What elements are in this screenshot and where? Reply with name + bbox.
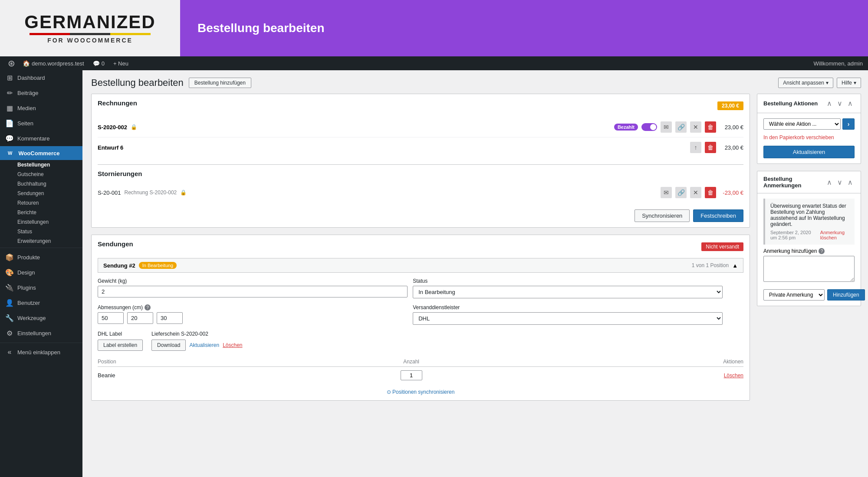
invoice-row-entwurf: Entwurf 6 ↑ 🗑 23,00 € <box>98 137 743 157</box>
plugins-icon: 🔌 <box>5 284 14 292</box>
sidebar-item-medien[interactable]: ▦ Medien <box>0 101 82 116</box>
logo-text: GERMANIZED <box>24 13 155 31</box>
sidebar-item-produkte[interactable]: 📦 Produkte <box>0 250 82 265</box>
sidebar-item-design[interactable]: 🎨 Design <box>0 265 82 280</box>
dim2-input[interactable] <box>127 312 153 324</box>
storno1-delete-btn[interactable]: 🗑 <box>705 187 716 198</box>
storno1-amount: -23,00 € <box>720 189 743 196</box>
col-anzahl: Anzahl <box>296 357 527 367</box>
status-select[interactable]: In Bearbeitung <box>413 286 723 298</box>
note-delete-link[interactable]: Anmerkung löschen <box>820 230 849 240</box>
werkzeuge-icon: 🔧 <box>5 314 14 322</box>
entwurf-action1-btn[interactable]: ↑ <box>690 142 701 153</box>
weight-label: Gewicht (kg) <box>98 278 408 284</box>
hilfe-chevron-icon: ▾ <box>854 80 856 86</box>
sidebar-woocommerce[interactable]: W WooCommerce <box>0 146 82 160</box>
sidebar-item-erweiterungen[interactable]: Erweiterungen <box>0 236 82 246</box>
positionen-sync-link[interactable]: ⊙ Positionen synchronisieren <box>387 389 455 395</box>
sidebar-item-retouren[interactable]: Retouren <box>0 198 82 208</box>
sidebar-item-bestellungen[interactable]: Bestellungen <box>0 160 82 170</box>
dim3-input[interactable] <box>157 312 183 324</box>
note-text: Überweisung erwartet Status der Bestellu… <box>770 203 849 227</box>
festschreiben-button[interactable]: Festschreiben <box>693 209 743 222</box>
anm-expand-btn[interactable]: ∨ <box>835 177 844 187</box>
anm-close-btn[interactable]: ∧ <box>846 177 855 187</box>
anmerkung-textarea[interactable] <box>763 256 855 282</box>
sidebar-item-plugins[interactable]: 🔌 Plugins <box>0 280 82 295</box>
in-bearbeitung-badge: In Bearbeitung <box>139 262 177 269</box>
loeschen-link[interactable]: Löschen <box>223 342 242 348</box>
download-button[interactable]: Download <box>151 340 186 351</box>
comments-count[interactable]: 💬 0 <box>89 60 108 67</box>
position-count: 1 von 1 Position <box>692 262 729 268</box>
banner-page-title: Bestellung bearbeiten <box>197 21 325 35</box>
entwurf-delete-btn[interactable]: 🗑 <box>705 142 716 153</box>
sidebar-item-kommentare[interactable]: 💬 Kommentare <box>0 131 82 146</box>
ansicht-button[interactable]: Ansicht anpassen ▾ <box>778 78 833 88</box>
rechnungen-metabox: Rechnungen 23,00 € S-2020-002 🔒 Bezahlt <box>91 94 750 228</box>
aktion-go-btn[interactable]: › <box>842 118 855 130</box>
storno1-ref: Rechnung S-2020-002 <box>124 189 177 196</box>
label-erstellen-button[interactable]: Label erstellen <box>98 340 143 351</box>
site-name[interactable]: 🏠 demo.wordpress.test <box>19 60 88 67</box>
invoice1-edit-btn[interactable]: ✕ <box>690 121 701 133</box>
invoice1-link-btn[interactable]: 🔗 <box>675 121 687 133</box>
note-timestamp: September 2, 2020 um 2:56 pm <box>770 230 817 240</box>
invoice1-email-btn[interactable]: ✉ <box>661 121 672 133</box>
new-button[interactable]: + Neu <box>110 60 132 67</box>
invoice1-number: S-2020-002 <box>98 124 127 131</box>
add-order-button[interactable]: Bestellung hinzufügen <box>189 78 251 88</box>
position-loeschen-link[interactable]: Löschen <box>724 372 743 379</box>
aktualisieren-link[interactable]: Aktualisieren <box>189 342 219 348</box>
position-qty-input[interactable] <box>401 370 422 380</box>
versand-select[interactable]: DHL <box>413 312 723 325</box>
anm-collapse-btn[interactable]: ∧ <box>825 177 834 187</box>
abmessungen-help-icon[interactable]: ? <box>145 304 151 310</box>
storno1-email-btn[interactable]: ✉ <box>661 187 672 198</box>
invoice1-status-badge: Bezahlt <box>614 124 638 131</box>
sidebar-item-werkzeuge[interactable]: 🔧 Werkzeuge <box>0 310 82 326</box>
content-area: Bestellung bearbeiten Bestellung hinzufü… <box>82 70 868 477</box>
sidebar-item-gutscheine[interactable]: Gutscheine <box>0 170 82 179</box>
sidebar-item-dashboard[interactable]: ⊞ Dashboard <box>0 70 82 85</box>
collapse-icon: « <box>5 348 14 356</box>
hinzufugen-button[interactable]: Hinzufügen <box>827 289 865 301</box>
invoice1-toggle[interactable] <box>641 123 657 131</box>
aktionen-collapse-btn[interactable]: ∧ <box>825 98 834 108</box>
sidebar-label-medien: Medien <box>17 105 36 111</box>
aktion-select[interactable]: Wähle eine Aktion ... <box>763 118 841 130</box>
sidebar-item-buchhaltung[interactable]: Buchhaltung <box>0 179 82 189</box>
storno1-edit-btn[interactable]: ✕ <box>690 187 701 198</box>
expand-icon[interactable]: ▲ <box>732 262 738 269</box>
sidebar-item-collapse[interactable]: « Menü einklappen <box>0 345 82 359</box>
sidebar-item-einstellungen-main[interactable]: ⚙ Einstellungen <box>0 326 82 341</box>
sync-button[interactable]: Synchronisieren <box>635 209 690 222</box>
anmerkung-type-select[interactable]: Private Anmerkung <box>763 289 825 301</box>
sidebar-item-benutzer[interactable]: 👤 Benutzer <box>0 295 82 310</box>
aktionen-close-btn[interactable]: ∧ <box>846 98 855 108</box>
sidebar-label-woo: WooCommerce <box>18 150 59 157</box>
sidebar-item-seiten[interactable]: 📄 Seiten <box>0 116 82 131</box>
aktualisieren-button[interactable]: Aktualisieren <box>763 146 855 158</box>
hilfe-button[interactable]: Hilfe ▾ <box>837 78 861 88</box>
aktionen-expand-btn[interactable]: ∨ <box>835 98 844 108</box>
wp-logo[interactable]: ⊛ <box>5 57 17 69</box>
bestellung-aktionen-metabox: Bestellung Aktionen ∧ ∨ ∧ Wähle eine Akt… <box>757 94 861 164</box>
sidebar-item-sendungen[interactable]: Sendungen <box>0 189 82 198</box>
trash-link[interactable]: In den Papierkorb verschieben <box>763 134 834 140</box>
sidebar-item-berichte[interactable]: Berichte <box>0 208 82 217</box>
sidebar-label-collapse: Menü einklappen <box>17 349 60 356</box>
admin-bar: ⊛ 🏠 demo.wordpress.test 💬 0 + Neu Willko… <box>0 56 868 70</box>
note-help-icon[interactable]: ? <box>819 248 825 254</box>
page-header: Bestellung bearbeiten Bestellung hinzufü… <box>91 77 861 88</box>
sendungen-title: Sendungen <box>98 240 133 248</box>
dim1-input[interactable] <box>98 312 124 324</box>
invoice-row-1: S-2020-002 🔒 Bezahlt ✉ 🔗 ✕ 🗑 23,00 € <box>98 117 743 137</box>
weight-input[interactable] <box>98 286 408 297</box>
page-title: Bestellung bearbeiten <box>91 77 184 88</box>
sidebar-item-status[interactable]: Status <box>0 227 82 236</box>
invoice1-delete-btn[interactable]: 🗑 <box>705 121 716 133</box>
storno1-link-btn[interactable]: 🔗 <box>675 187 687 198</box>
sidebar-item-einstellungen[interactable]: Einstellungen <box>0 217 82 227</box>
sidebar-item-beitraege[interactable]: ✏ Beiträge <box>0 85 82 101</box>
